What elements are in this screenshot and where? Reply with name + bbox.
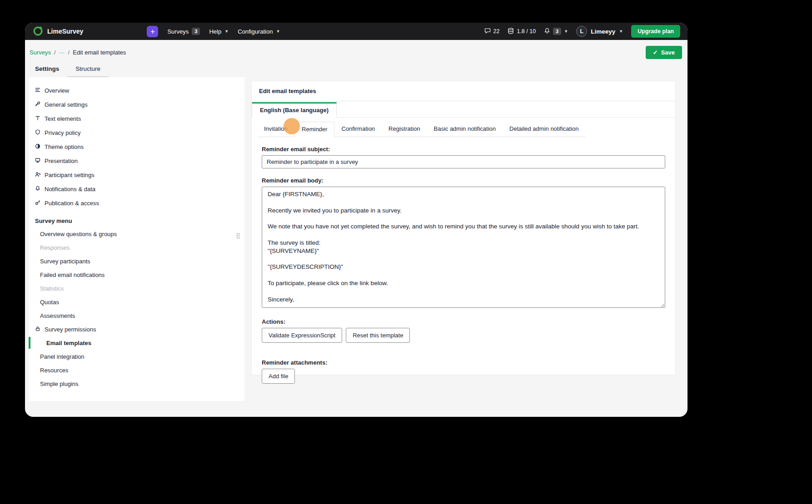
add-file-button[interactable]: Add file bbox=[262, 369, 295, 384]
sidebar-item-label: Privacy policy bbox=[45, 129, 80, 136]
subject-label: Reminder email subject: bbox=[262, 146, 665, 153]
sidebar-item-survey-permissions[interactable]: Survey permissions bbox=[29, 322, 244, 336]
lock-icon bbox=[35, 326, 40, 333]
brand-name: LimeSurvey bbox=[47, 28, 83, 35]
sidebar-item-label: Assessments bbox=[40, 312, 75, 319]
sidebar-item-text-elements[interactable]: Text elements bbox=[29, 112, 244, 126]
create-survey-button[interactable]: + bbox=[147, 26, 158, 37]
sidebar-item-label: Survey permissions bbox=[45, 326, 96, 333]
sidebar-item-overview[interactable]: Overview bbox=[29, 84, 244, 98]
chevron-down-icon: ▼ bbox=[619, 29, 623, 34]
sidebar-item-label: Participant settings bbox=[45, 172, 95, 178]
sidebar-item-label: Panel integration bbox=[40, 353, 85, 360]
breadcrumb-separator: / bbox=[54, 49, 56, 56]
overview-icon bbox=[35, 87, 40, 94]
save-button[interactable]: ✓ Save bbox=[646, 46, 682, 59]
breadcrumb: Surveys / ··· / Edit email templates bbox=[30, 49, 126, 56]
tab-reminder[interactable]: Reminder bbox=[294, 122, 334, 137]
surveys-count-badge: 3 bbox=[192, 28, 200, 35]
sidebar-item-survey-participants[interactable]: Survey participants bbox=[29, 254, 244, 268]
sidebar-item-simple-plugins[interactable]: Simple plugins bbox=[29, 377, 244, 390]
upgrade-plan-button[interactable]: Upgrade plan bbox=[631, 25, 680, 38]
user-name: Limeeyy bbox=[591, 28, 615, 35]
sidebar-item-resources[interactable]: Resources bbox=[29, 363, 244, 377]
survey-sidebar: Overview General settings Text elements … bbox=[29, 77, 244, 401]
chevron-down-icon: ▼ bbox=[224, 29, 229, 34]
sidebar-item-label: Resources bbox=[40, 367, 68, 374]
storage-indicator[interactable]: 1.8 / 10 bbox=[508, 28, 536, 35]
sidebar-item-email-templates[interactable]: Email templates bbox=[35, 336, 244, 350]
reminder-subject-input[interactable] bbox=[262, 155, 665, 168]
email-templates-card: Edit email templates English (Base langu… bbox=[251, 81, 676, 375]
nav-configuration[interactable]: Configuration ▼ bbox=[238, 28, 280, 35]
contrast-icon bbox=[35, 143, 40, 150]
tab-invitation[interactable]: Invitation bbox=[257, 122, 294, 137]
bell-icon bbox=[544, 28, 550, 35]
sidebar-item-presentation[interactable]: Presentation bbox=[29, 154, 244, 168]
comments-indicator[interactable]: 22 bbox=[484, 28, 500, 35]
sidebar-item-publication-access[interactable]: Publication & access bbox=[29, 196, 244, 210]
sidebar-item-failed-email-notifications[interactable]: Failed email notifications bbox=[29, 268, 244, 282]
sidebar-drag-handle[interactable] bbox=[236, 232, 240, 241]
tab-basic-admin-notification[interactable]: Basic admin notification bbox=[427, 122, 503, 137]
save-button-label: Save bbox=[661, 49, 675, 56]
tab-language-english[interactable]: English (Base language) bbox=[252, 102, 337, 118]
chevron-down-icon: ▼ bbox=[564, 29, 568, 34]
sidebar-item-quotas[interactable]: Quotas bbox=[29, 295, 244, 309]
check-icon: ✓ bbox=[653, 49, 658, 56]
breadcrumb-current: Edit email templates bbox=[73, 49, 126, 56]
chevron-down-icon: ▼ bbox=[276, 29, 280, 34]
sidebar-item-label: Quotas bbox=[40, 299, 59, 306]
sidebar-item-panel-integration[interactable]: Panel integration bbox=[29, 350, 244, 363]
sidebar-item-privacy-policy[interactable]: Privacy policy bbox=[29, 126, 244, 140]
sidebar-item-label: Presentation bbox=[45, 158, 78, 164]
breadcrumb-row: Surveys / ··· / Edit email templates ✓ S… bbox=[25, 40, 687, 62]
notifications-menu[interactable]: 3 ▼ bbox=[544, 28, 568, 35]
limesurvey-brand[interactable]: LimeSurvey bbox=[32, 25, 83, 38]
limesurvey-logo-icon bbox=[32, 25, 44, 38]
actions-label: Actions: bbox=[262, 318, 665, 325]
users-icon bbox=[35, 172, 40, 178]
nav-configuration-label: Configuration bbox=[238, 28, 273, 35]
monitor-icon bbox=[35, 158, 40, 164]
notifications-count-badge: 3 bbox=[553, 28, 561, 35]
tab-detailed-admin-notification[interactable]: Detailed admin notification bbox=[503, 122, 585, 137]
chat-icon bbox=[484, 28, 491, 35]
comments-count: 22 bbox=[493, 28, 500, 35]
sidebar-item-notifications-data[interactable]: Notifications & data bbox=[29, 182, 244, 196]
shield-icon bbox=[35, 129, 40, 136]
sidebar-item-label: Notifications & data bbox=[45, 186, 95, 193]
sidebar-item-label: Theme options bbox=[45, 143, 84, 150]
sidebar-item-label: Email templates bbox=[46, 340, 91, 346]
sidebar-item-overview-questions-groups[interactable]: Overview questions & groups bbox=[29, 227, 244, 241]
tab-settings[interactable]: Settings bbox=[27, 62, 67, 77]
breadcrumb-surveys-link[interactable]: Surveys bbox=[30, 49, 51, 56]
avatar: L bbox=[576, 26, 587, 37]
nav-help[interactable]: Help ▼ bbox=[209, 28, 229, 35]
tab-confirmation[interactable]: Confirmation bbox=[334, 122, 382, 137]
breadcrumb-separator: / bbox=[68, 49, 70, 56]
sidebar-item-theme-options[interactable]: Theme options bbox=[29, 140, 244, 154]
sidebar-item-participant-settings[interactable]: Participant settings bbox=[29, 168, 244, 182]
validate-expressionscript-button[interactable]: Validate ExpressionScript bbox=[262, 328, 342, 343]
sidebar-item-label: General settings bbox=[45, 101, 88, 108]
text-icon bbox=[35, 115, 40, 122]
sidebar-item-label: Simple plugins bbox=[40, 380, 79, 387]
sidebar-item-label: Publication & access bbox=[45, 200, 99, 207]
tab-registration[interactable]: Registration bbox=[382, 122, 427, 137]
sidebar-item-general-settings[interactable]: General settings bbox=[29, 98, 244, 112]
content-area: Overview General settings Text elements … bbox=[25, 77, 687, 417]
app-window: LimeSurvey + Surveys 3 Help ▼ Configurat… bbox=[25, 23, 687, 417]
user-menu[interactable]: L Limeeyy ▼ bbox=[576, 26, 623, 37]
sidebar-item-label: Responses bbox=[40, 244, 70, 251]
key-icon bbox=[35, 200, 40, 207]
nav-surveys[interactable]: Surveys 3 bbox=[167, 28, 200, 35]
sidebar-item-assessments[interactable]: Assessments bbox=[29, 309, 244, 322]
breadcrumb-ellipsis[interactable]: ··· bbox=[59, 49, 65, 56]
tab-structure[interactable]: Structure bbox=[67, 62, 109, 77]
language-tabs-row: English (Base language) bbox=[252, 102, 675, 118]
reminder-body-textarea[interactable]: Dear {FIRSTNAME}, Recently we invited yo… bbox=[262, 187, 665, 308]
body-label: Reminder email body: bbox=[262, 177, 665, 184]
sidebar-item-label: Failed email notifications bbox=[40, 272, 105, 278]
reset-template-button[interactable]: Reset this template bbox=[346, 328, 410, 343]
